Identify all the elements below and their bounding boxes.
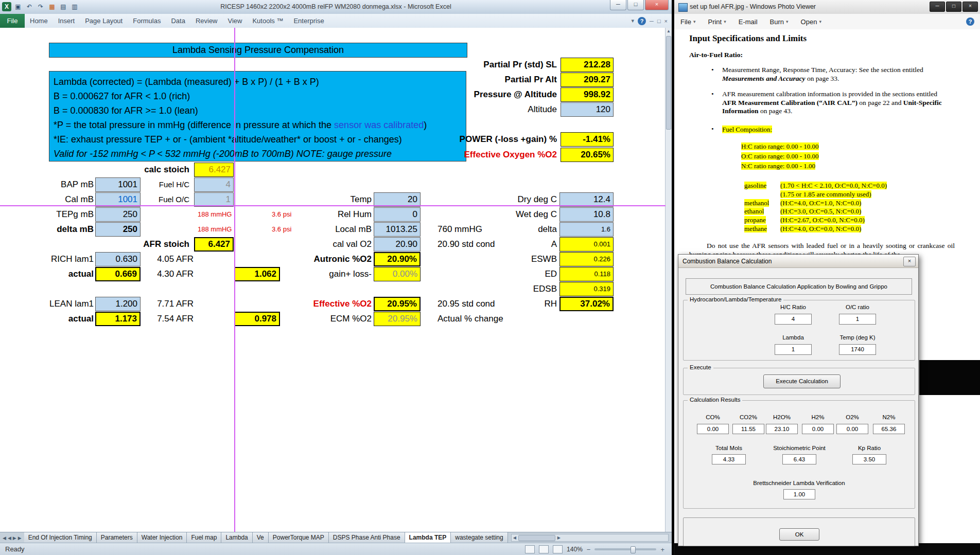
menu-print[interactable]: Print▾ xyxy=(708,18,726,26)
a-cell[interactable]: 0.001 xyxy=(559,237,614,252)
sheet-tab-end-of-injection-timing[interactable]: End Of Injection Timing xyxy=(24,532,97,543)
sheet-tab-dsps-phase-anti-phase[interactable]: DSPS Phase Anti Phase xyxy=(329,532,405,543)
tab-data[interactable]: Data xyxy=(166,14,190,28)
sheet-tab-lambda[interactable]: Lambda xyxy=(221,532,252,543)
maximize-button[interactable]: □ xyxy=(627,0,644,10)
effective-oxygen-cell[interactable]: 20.65% xyxy=(561,148,614,162)
zoom-slider-thumb[interactable] xyxy=(631,546,636,553)
calc-stoich-cell[interactable]: 6.427 xyxy=(194,163,234,177)
zoom-in-icon[interactable]: + xyxy=(660,546,664,553)
sheet-title-cell[interactable]: Lambda Sensing Pressure Compensation xyxy=(49,43,467,58)
rich-factor-cell[interactable]: 1.062 xyxy=(234,267,280,281)
next-sheet-icon[interactable]: ▶ xyxy=(13,535,16,541)
o2-field[interactable]: 0.00 xyxy=(836,424,868,434)
ecm-o2-cell[interactable]: 20.95% xyxy=(374,312,421,326)
tab-kutools[interactable]: Kutools ™ xyxy=(247,14,288,28)
afr-stoich-cell[interactable]: 6.427 xyxy=(194,237,234,252)
vertical-scrollbar[interactable]: ▲ xyxy=(665,28,672,532)
prev-sheet-icon[interactable]: ◀ xyxy=(8,535,11,541)
local-mb-cell[interactable]: 1013.25 xyxy=(374,222,421,237)
lean-lam1-cell[interactable]: 1.200 xyxy=(95,297,141,311)
minimize-button[interactable]: ─ xyxy=(930,2,945,12)
sheet-tab-lambda-tep[interactable]: Lambda TEP xyxy=(405,532,451,543)
maximize-button[interactable]: □ xyxy=(946,2,961,12)
tab-home[interactable]: Home xyxy=(25,14,53,28)
hc-ratio-field[interactable]: 4 xyxy=(775,314,812,325)
rel-hum-cell[interactable]: 0 xyxy=(374,207,421,222)
edsb-cell[interactable]: 0.319 xyxy=(559,282,614,296)
dry-deg-cell[interactable]: 12.4 xyxy=(559,192,614,207)
delta-mb-cell[interactable]: 250 xyxy=(95,222,141,237)
rich-actual-cell[interactable]: 0.669 xyxy=(95,267,141,281)
gain-loss-cell[interactable]: 0.00% xyxy=(374,267,421,281)
horizontal-scrollbar[interactable]: ◀ ▶ xyxy=(511,534,669,542)
total-mols-field[interactable]: 4.33 xyxy=(712,454,746,464)
undo-icon[interactable]: ↶ xyxy=(25,2,34,11)
tab-enterprise[interactable]: Enterprise xyxy=(288,14,329,28)
tab-file[interactable]: File xyxy=(0,14,25,28)
rh-cell[interactable]: 37.02% xyxy=(559,297,614,311)
menu-open[interactable]: Open▾ xyxy=(801,18,821,26)
lean-actual-cell[interactable]: 1.173 xyxy=(95,312,141,326)
help-icon[interactable]: ? xyxy=(966,17,974,26)
oc-ratio-field[interactable]: 1 xyxy=(839,314,876,325)
cal-val-o2-cell[interactable]: 20.90 xyxy=(374,237,421,252)
co-field[interactable]: 0.00 xyxy=(697,424,729,434)
fuel-oc-cell[interactable]: 1 xyxy=(194,192,234,207)
scro ll-left-icon[interactable]: ◀ xyxy=(513,535,516,540)
h2-field[interactable]: 0.00 xyxy=(802,424,834,434)
eswb-cell[interactable]: 0.226 xyxy=(559,252,614,266)
first-sheet-icon[interactable]: ◀ xyxy=(3,535,6,541)
zoom-slider[interactable] xyxy=(594,548,656,550)
rich-lam1-cell[interactable]: 0.630 xyxy=(95,252,141,266)
pressure-altitude-cell[interactable]: 998.92 xyxy=(561,87,614,102)
last-sheet-icon[interactable]: ▶ xyxy=(18,535,22,541)
formula-info-box[interactable]: Lambda (corrected) = (Lambda (measured) … xyxy=(49,71,466,162)
lambda-field[interactable]: 1 xyxy=(775,344,812,355)
stoichiometric-point-field[interactable]: 6.43 xyxy=(782,454,816,464)
redo-icon[interactable]: ↷ xyxy=(36,2,45,11)
co2-field[interactable]: 11.55 xyxy=(732,424,764,434)
sheet-tab-powertorque-map[interactable]: PowerTorque MAP xyxy=(269,532,329,543)
tab-view[interactable]: View xyxy=(223,14,248,28)
workbook-close-icon[interactable]: × xyxy=(664,18,668,24)
page-layout-view-icon[interactable] xyxy=(539,545,549,553)
vertical-scroll-thumb[interactable] xyxy=(666,36,671,130)
sheet-tab-water-injection[interactable]: Water Injection xyxy=(137,532,187,543)
h2o-field[interactable]: 23.10 xyxy=(766,424,798,434)
print-icon[interactable]: ▥ xyxy=(70,2,79,11)
horizontal-scroll-thumb[interactable] xyxy=(518,535,555,541)
sheet-tab-ve[interactable]: Ve xyxy=(253,532,269,543)
ed-cell[interactable]: 0.118 xyxy=(559,267,614,281)
tab-page-layout[interactable]: Page Layout xyxy=(80,14,128,28)
worksheet-icon[interactable]: ▤ xyxy=(59,2,68,11)
effective-o2-cell[interactable]: 20.95% xyxy=(374,297,421,311)
altitude-cell[interactable]: 120 xyxy=(561,102,614,117)
tepg-cell[interactable]: 250 xyxy=(95,207,141,222)
zoom-level-text[interactable]: 140% xyxy=(567,546,583,553)
page-break-view-icon[interactable] xyxy=(553,545,563,553)
partial-pr-alt-cell[interactable]: 209.27 xyxy=(561,73,614,87)
menu-burn[interactable]: Burn▾ xyxy=(770,18,789,26)
temp-deg-k-field[interactable]: 1740 xyxy=(839,344,876,355)
power-cell[interactable]: -1.41% xyxy=(561,132,614,147)
close-button[interactable]: × xyxy=(962,2,978,12)
minimize-button[interactable]: ─ xyxy=(610,0,626,10)
fuel-hc-cell[interactable]: 4 xyxy=(194,177,234,192)
zoom-out-icon[interactable]: − xyxy=(587,546,591,553)
workbook-restore-icon[interactable]: □ xyxy=(657,18,661,24)
normal-view-icon[interactable] xyxy=(525,545,535,553)
menu-file[interactable]: File▾ xyxy=(680,18,695,26)
chevron-down-icon[interactable]: ▾ xyxy=(632,17,635,24)
close-button[interactable]: × xyxy=(645,0,669,10)
scroll-up-icon[interactable]: ▲ xyxy=(666,28,672,35)
n2-field[interactable]: 65.36 xyxy=(873,424,905,434)
close-icon[interactable]: × xyxy=(903,257,916,266)
tab-insert[interactable]: Insert xyxy=(53,14,80,28)
kp-ratio-field[interactable]: 3.50 xyxy=(852,454,886,464)
spreadsheet-area[interactable]: Lambda Sensing Pressure Compensation Lam… xyxy=(0,28,666,532)
save-icon[interactable]: ▣ xyxy=(13,2,23,11)
workbook-minimize-icon[interactable]: ─ xyxy=(650,18,654,24)
partial-pr-std-cell[interactable]: 212.28 xyxy=(561,58,614,72)
kutools-grid-icon[interactable]: ▦ xyxy=(47,2,57,11)
